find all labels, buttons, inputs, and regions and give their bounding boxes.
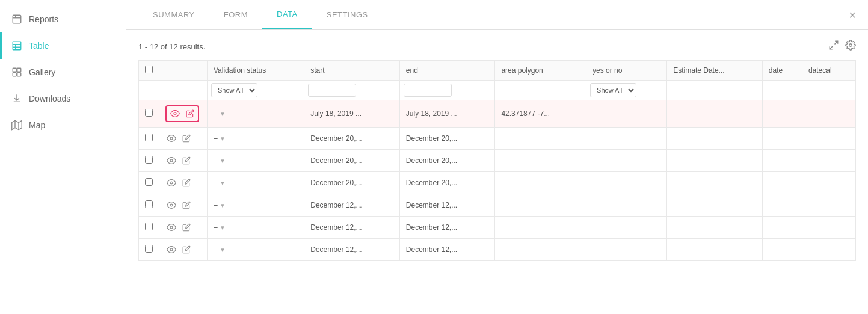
row-end: December 12,... — [399, 194, 495, 217]
filter-checkbox-cell — [139, 81, 159, 100]
row-yes-or-no — [586, 100, 667, 128]
view-button[interactable] — [165, 244, 177, 256]
row-checkbox[interactable] — [145, 156, 153, 164]
sidebar-item-gallery[interactable]: Gallery — [0, 59, 126, 85]
row-checkbox[interactable] — [145, 134, 153, 141]
view-button[interactable] — [169, 108, 181, 120]
svg-point-22 — [170, 226, 173, 229]
tab-summary[interactable]: SUMMARY — [138, 1, 209, 29]
col-header-checkbox — [139, 61, 159, 81]
row-yes-or-no — [586, 128, 667, 150]
row-checkbox[interactable] — [145, 178, 153, 186]
col-header-estimate-date: Estimate Date... — [667, 61, 763, 81]
sidebar-label-reports: Reports — [29, 14, 58, 24]
row-checkbox-cell — [139, 194, 159, 217]
svg-rect-10 — [17, 73, 21, 76]
filter-area-polygon-cell — [495, 81, 586, 100]
select-all-checkbox[interactable] — [145, 66, 153, 73]
row-start: December 20,... — [304, 128, 400, 150]
row-end: December 20,... — [399, 150, 495, 172]
filter-yes-or-no-select[interactable]: Show All — [590, 83, 636, 97]
close-button[interactable]: × — [849, 8, 856, 22]
row-date — [762, 150, 802, 172]
sidebar-label-map: Map — [29, 120, 45, 130]
table-icon — [11, 40, 23, 52]
row-estimate-date — [667, 172, 763, 194]
row-yes-or-no — [586, 217, 667, 239]
view-button[interactable] — [165, 177, 177, 189]
filter-yes-or-no-cell: Show All — [586, 81, 667, 100]
col-header-start: start — [304, 61, 400, 81]
table-row: – ▼ December 12,... December 12,... — [139, 217, 856, 239]
col-header-area-polygon: area polygon — [495, 61, 586, 81]
edit-button[interactable] — [181, 200, 192, 211]
view-button[interactable] — [165, 132, 177, 144]
chevron-down-icon: ▼ — [220, 224, 226, 231]
edit-button[interactable] — [181, 177, 192, 188]
row-start: December 12,... — [304, 194, 400, 217]
row-checkbox[interactable] — [145, 109, 153, 117]
filter-end-input[interactable] — [404, 84, 452, 97]
col-header-date: date — [762, 61, 802, 81]
view-button[interactable] — [165, 199, 177, 211]
edit-button[interactable] — [181, 155, 192, 166]
row-validation: – ▼ — [208, 194, 304, 217]
row-actions-cell — [159, 172, 208, 194]
row-checkbox[interactable] — [145, 200, 153, 208]
downloads-icon — [11, 93, 23, 105]
sidebar-item-reports[interactable]: Reports — [0, 6, 126, 32]
edit-button[interactable] — [181, 222, 192, 233]
row-yes-or-no — [586, 150, 667, 172]
settings-icon[interactable] — [845, 40, 856, 53]
col-header-actions — [159, 61, 208, 81]
row-actions-cell — [159, 239, 208, 261]
col-header-yes-or-no: yes or no — [586, 61, 667, 81]
row-datecal — [802, 150, 855, 172]
row-date — [762, 217, 802, 239]
svg-point-16 — [849, 44, 852, 47]
filter-start-cell — [304, 81, 400, 100]
row-actions-cell — [159, 100, 208, 128]
chevron-down-icon: ▼ — [220, 202, 226, 209]
row-estimate-date — [667, 239, 763, 261]
row-checkbox-cell — [139, 217, 159, 239]
sidebar-item-map[interactable]: Map — [0, 112, 126, 138]
svg-rect-9 — [13, 73, 16, 76]
tab-bar: SUMMARY FORM DATA SETTINGS × — [126, 0, 868, 30]
sidebar-item-table[interactable]: Table — [0, 32, 126, 59]
row-checkbox[interactable] — [145, 245, 153, 253]
svg-rect-7 — [13, 68, 16, 72]
edit-button[interactable] — [181, 244, 192, 255]
row-checkbox[interactable] — [145, 223, 153, 230]
tab-data[interactable]: DATA — [262, 0, 312, 29]
sidebar-item-downloads[interactable]: Downloads — [0, 85, 126, 112]
filter-datecal-cell — [802, 81, 855, 100]
edit-button[interactable] — [181, 133, 192, 144]
view-button[interactable] — [165, 155, 177, 167]
tab-settings[interactable]: SETTINGS — [312, 1, 383, 29]
table-header-row: Validation status start end area polygon… — [139, 61, 856, 81]
filter-validation-select[interactable]: Show All — [211, 83, 257, 97]
row-validation: – ▼ — [208, 217, 304, 239]
col-header-validation: Validation status — [208, 61, 304, 81]
edit-button[interactable] — [185, 108, 195, 120]
row-checkbox-cell — [139, 172, 159, 194]
row-start: December 20,... — [304, 150, 400, 172]
chevron-down-icon: ▼ — [220, 180, 226, 186]
view-button[interactable] — [165, 221, 177, 233]
table-row: – ▼ December 12,... December 12,... — [139, 239, 856, 261]
row-date — [762, 239, 802, 261]
filter-start-input[interactable] — [308, 84, 356, 97]
row-actions-cell — [159, 150, 208, 172]
svg-point-21 — [170, 204, 173, 206]
expand-icon[interactable] — [828, 40, 839, 53]
row-datecal — [802, 239, 855, 261]
row-actions-cell — [159, 217, 208, 239]
row-validation: – ▼ — [208, 100, 304, 128]
filter-estimate-date-cell — [667, 81, 763, 100]
row-area-polygon — [495, 150, 586, 172]
tab-form[interactable]: FORM — [209, 1, 262, 29]
svg-point-23 — [170, 248, 173, 251]
filter-end-cell — [399, 81, 495, 100]
content-area: 1 - 12 of 12 results. — [126, 30, 868, 314]
